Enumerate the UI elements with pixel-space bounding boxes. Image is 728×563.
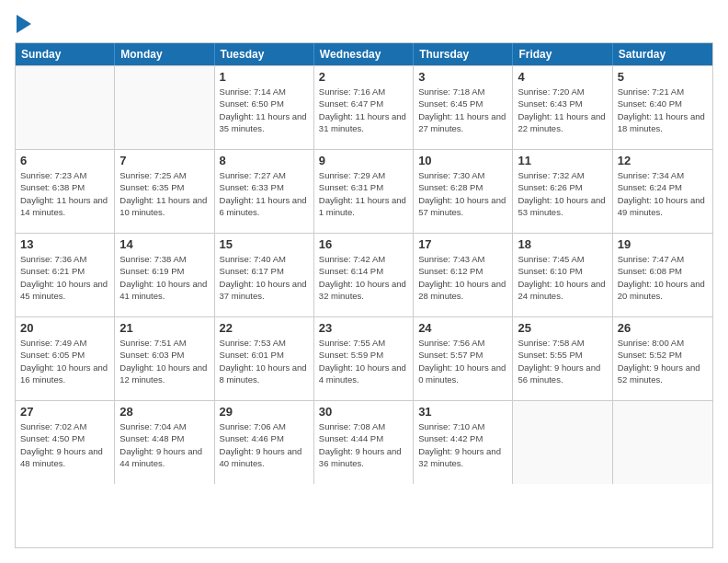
day-number: 8 (220, 154, 309, 167)
day-info: Sunrise: 7:32 AMSunset: 6:26 PMDaylight:… (518, 169, 607, 218)
day-number: 5 (618, 70, 708, 84)
day-number: 12 (618, 154, 708, 167)
day-number: 15 (220, 237, 309, 251)
day-info: Sunrise: 7:18 AMSunset: 6:45 PMDaylight:… (418, 86, 507, 134)
day-number: 18 (518, 237, 607, 251)
cal-cell: 31Sunrise: 7:10 AMSunset: 4:42 PMDayligh… (414, 401, 513, 484)
day-number: 19 (618, 237, 708, 251)
day-number: 31 (418, 405, 507, 419)
cal-cell: 13Sunrise: 7:36 AMSunset: 6:21 PMDayligh… (16, 234, 115, 316)
day-info: Sunrise: 7:51 AMSunset: 6:03 PMDaylight:… (119, 337, 209, 385)
day-info: Sunrise: 7:10 AMSunset: 4:42 PMDaylight:… (418, 420, 507, 469)
cal-cell: 22Sunrise: 7:53 AMSunset: 6:01 PMDayligh… (215, 317, 314, 400)
cal-cell: 29Sunrise: 7:06 AMSunset: 4:46 PMDayligh… (215, 401, 314, 484)
day-number: 26 (618, 321, 708, 335)
cal-week-3: 13Sunrise: 7:36 AMSunset: 6:21 PMDayligh… (16, 233, 712, 316)
day-number: 24 (418, 321, 507, 335)
day-info: Sunrise: 7:47 AMSunset: 6:08 PMDaylight:… (618, 253, 708, 302)
calendar: SundayMondayTuesdayWednesdayThursdayFrid… (15, 42, 713, 548)
day-info: Sunrise: 7:16 AMSunset: 6:47 PMDaylight:… (319, 86, 408, 134)
cal-week-4: 20Sunrise: 7:49 AMSunset: 6:05 PMDayligh… (16, 316, 712, 400)
day-info: Sunrise: 7:58 AMSunset: 5:55 PMDaylight:… (518, 337, 607, 385)
cal-cell: 2Sunrise: 7:16 AMSunset: 6:47 PMDaylight… (314, 66, 414, 149)
cal-header-sunday: Sunday (16, 43, 115, 65)
day-number: 7 (119, 154, 209, 167)
day-number: 16 (319, 237, 408, 251)
cal-cell: 8Sunrise: 7:27 AMSunset: 6:33 PMDaylight… (215, 150, 314, 233)
day-info: Sunrise: 7:23 AMSunset: 6:38 PMDaylight:… (20, 169, 109, 218)
day-number: 1 (220, 70, 309, 84)
day-number: 9 (319, 154, 408, 167)
day-number: 28 (119, 405, 209, 419)
cal-cell: 23Sunrise: 7:55 AMSunset: 5:59 PMDayligh… (314, 317, 414, 400)
cal-header-tuesday: Tuesday (215, 43, 314, 65)
cal-cell: 15Sunrise: 7:40 AMSunset: 6:17 PMDayligh… (215, 234, 314, 316)
day-info: Sunrise: 7:08 AMSunset: 4:44 PMDaylight:… (319, 420, 408, 469)
cal-cell: 20Sunrise: 7:49 AMSunset: 6:05 PMDayligh… (16, 317, 115, 400)
day-info: Sunrise: 7:21 AMSunset: 6:40 PMDaylight:… (618, 86, 708, 134)
cal-cell: 26Sunrise: 8:00 AMSunset: 5:52 PMDayligh… (613, 317, 712, 400)
cal-cell: 25Sunrise: 7:58 AMSunset: 5:55 PMDayligh… (513, 317, 612, 400)
page: SundayMondayTuesdayWednesdayThursdayFrid… (0, 0, 728, 563)
day-info: Sunrise: 8:00 AMSunset: 5:52 PMDaylight:… (618, 337, 708, 385)
cal-cell: 18Sunrise: 7:45 AMSunset: 6:10 PMDayligh… (513, 234, 612, 316)
day-info: Sunrise: 7:38 AMSunset: 6:19 PMDaylight:… (119, 253, 209, 302)
cal-cell: 16Sunrise: 7:42 AMSunset: 6:14 PMDayligh… (314, 234, 414, 316)
cal-cell: 6Sunrise: 7:23 AMSunset: 6:38 PMDaylight… (16, 150, 115, 233)
day-info: Sunrise: 7:02 AMSunset: 4:50 PMDaylight:… (20, 420, 109, 469)
cal-cell: 21Sunrise: 7:51 AMSunset: 6:03 PMDayligh… (115, 317, 214, 400)
day-number: 22 (220, 321, 309, 335)
cal-header-thursday: Thursday (414, 43, 513, 65)
day-info: Sunrise: 7:53 AMSunset: 6:01 PMDaylight:… (220, 337, 309, 385)
day-info: Sunrise: 7:56 AMSunset: 5:57 PMDaylight:… (418, 337, 507, 385)
cal-header-monday: Monday (115, 43, 214, 65)
cal-cell: 5Sunrise: 7:21 AMSunset: 6:40 PMDaylight… (613, 66, 712, 149)
cal-week-5: 27Sunrise: 7:02 AMSunset: 4:50 PMDayligh… (16, 400, 712, 484)
day-number: 17 (418, 237, 507, 251)
day-number: 6 (20, 154, 109, 167)
day-number: 23 (319, 321, 408, 335)
day-info: Sunrise: 7:27 AMSunset: 6:33 PMDaylight:… (220, 169, 309, 218)
cal-cell: 9Sunrise: 7:29 AMSunset: 6:31 PMDaylight… (314, 150, 414, 233)
day-number: 11 (518, 154, 607, 167)
cal-cell: 24Sunrise: 7:56 AMSunset: 5:57 PMDayligh… (414, 317, 513, 400)
day-number: 10 (418, 154, 507, 167)
day-info: Sunrise: 7:40 AMSunset: 6:17 PMDaylight:… (220, 253, 309, 302)
day-info: Sunrise: 7:36 AMSunset: 6:21 PMDaylight:… (20, 253, 109, 302)
cal-cell: 1Sunrise: 7:14 AMSunset: 6:50 PMDaylight… (215, 66, 314, 149)
cal-header-saturday: Saturday (613, 43, 712, 65)
day-info: Sunrise: 7:20 AMSunset: 6:43 PMDaylight:… (518, 86, 607, 134)
day-info: Sunrise: 7:43 AMSunset: 6:12 PMDaylight:… (418, 253, 507, 302)
day-info: Sunrise: 7:06 AMSunset: 4:46 PMDaylight:… (220, 420, 309, 469)
day-info: Sunrise: 7:29 AMSunset: 6:31 PMDaylight:… (319, 169, 408, 218)
day-number: 25 (518, 321, 607, 335)
day-info: Sunrise: 7:14 AMSunset: 6:50 PMDaylight:… (220, 86, 309, 134)
day-number: 27 (20, 405, 109, 419)
day-info: Sunrise: 7:55 AMSunset: 5:59 PMDaylight:… (319, 337, 408, 385)
cal-cell: 12Sunrise: 7:34 AMSunset: 6:24 PMDayligh… (613, 150, 712, 233)
calendar-body: 1Sunrise: 7:14 AMSunset: 6:50 PMDaylight… (16, 65, 712, 484)
day-info: Sunrise: 7:04 AMSunset: 4:48 PMDaylight:… (119, 420, 209, 469)
cal-cell (513, 401, 612, 484)
cal-header-friday: Friday (513, 43, 612, 65)
logo-arrow-icon (17, 15, 31, 33)
cal-week-2: 6Sunrise: 7:23 AMSunset: 6:38 PMDaylight… (16, 149, 712, 233)
cal-cell: 4Sunrise: 7:20 AMSunset: 6:43 PMDaylight… (513, 66, 612, 149)
cal-cell: 3Sunrise: 7:18 AMSunset: 6:45 PMDaylight… (414, 66, 513, 149)
day-info: Sunrise: 7:49 AMSunset: 6:05 PMDaylight:… (20, 337, 109, 385)
day-number: 14 (119, 237, 209, 251)
cal-cell: 10Sunrise: 7:30 AMSunset: 6:28 PMDayligh… (414, 150, 513, 233)
cal-cell (16, 66, 115, 149)
cal-cell: 19Sunrise: 7:47 AMSunset: 6:08 PMDayligh… (613, 234, 712, 316)
cal-cell (613, 401, 712, 484)
cal-cell: 17Sunrise: 7:43 AMSunset: 6:12 PMDayligh… (414, 234, 513, 316)
cal-cell: 14Sunrise: 7:38 AMSunset: 6:19 PMDayligh… (115, 234, 214, 316)
day-number: 20 (20, 321, 109, 335)
cal-cell: 7Sunrise: 7:25 AMSunset: 6:35 PMDaylight… (115, 150, 214, 233)
day-number: 30 (319, 405, 408, 419)
cal-cell: 28Sunrise: 7:04 AMSunset: 4:48 PMDayligh… (115, 401, 214, 484)
calendar-header-row: SundayMondayTuesdayWednesdayThursdayFrid… (16, 43, 712, 65)
cal-cell: 27Sunrise: 7:02 AMSunset: 4:50 PMDayligh… (16, 401, 115, 484)
day-number: 4 (518, 70, 607, 84)
logo (15, 15, 31, 33)
